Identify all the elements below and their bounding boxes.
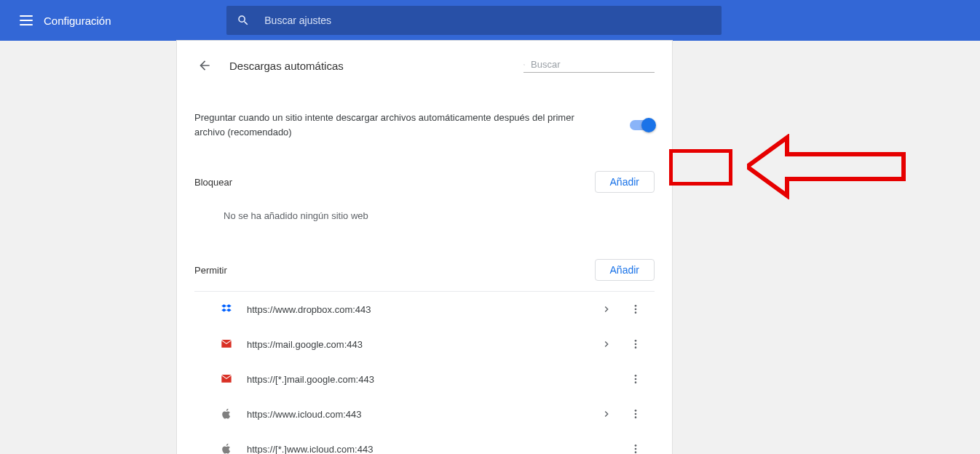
global-search[interactable]	[226, 6, 722, 35]
site-url: https://www.icloud.com:443	[247, 409, 592, 420]
ask-toggle-switch[interactable]	[630, 120, 655, 130]
back-arrow-icon	[197, 58, 212, 73]
gmail-icon	[212, 373, 241, 385]
svg-point-0	[635, 305, 637, 307]
expand-arrow-icon[interactable]	[592, 408, 621, 420]
kebab-menu-button[interactable]	[621, 338, 650, 350]
site-url: https://mail.google.com:443	[247, 339, 592, 350]
card-search-input[interactable]	[529, 58, 655, 71]
svg-point-6	[635, 375, 637, 377]
svg-point-14	[635, 451, 637, 453]
card-search[interactable]	[523, 58, 655, 73]
allow-section: Permitir Añadir https://www.dropbox.com:…	[194, 221, 655, 454]
ask-toggle-row: Preguntar cuando un sitio intente descar…	[194, 81, 655, 139]
block-section: Bloquear Añadir No se ha añadido ningún …	[194, 139, 655, 221]
settings-card: Descargas automáticas Preguntar cuando u…	[177, 41, 672, 454]
back-button[interactable]	[194, 55, 215, 76]
site-url: https://[*.]mail.google.com:443	[247, 374, 592, 385]
svg-point-3	[635, 340, 637, 342]
block-empty-text: No se ha añadido ningún sitio web	[194, 193, 655, 221]
svg-point-9	[635, 410, 637, 412]
site-row: https://mail.google.com:443	[194, 327, 655, 362]
svg-point-7	[635, 378, 637, 381]
allow-site-list: https://www.dropbox.com:443https://mail.…	[194, 292, 655, 454]
svg-point-4	[635, 343, 637, 346]
svg-point-5	[635, 346, 637, 349]
svg-point-8	[635, 381, 637, 383]
gmail-icon	[212, 338, 241, 350]
site-url: https://[*.]www.icloud.com:443	[247, 444, 592, 455]
svg-point-12	[635, 445, 637, 447]
kebab-menu-button[interactable]	[621, 373, 650, 385]
allow-section-label: Permitir	[194, 265, 227, 276]
card-header: Descargas automáticas	[194, 55, 655, 81]
expand-arrow-icon[interactable]	[592, 303, 621, 315]
card-title: Descargas automáticas	[229, 60, 344, 72]
svg-point-2	[635, 311, 637, 314]
svg-point-13	[635, 448, 637, 450]
site-url: https://www.dropbox.com:443	[247, 304, 592, 315]
global-search-input[interactable]	[263, 14, 711, 27]
kebab-menu-button[interactable]	[621, 303, 650, 315]
block-section-label: Bloquear	[194, 177, 232, 188]
apple-icon	[212, 443, 241, 454]
kebab-menu-button[interactable]	[621, 408, 650, 420]
expand-arrow-icon[interactable]	[592, 338, 621, 350]
site-row: https://[*.]mail.google.com:443	[194, 362, 655, 397]
search-icon	[237, 14, 250, 27]
allow-add-button[interactable]: Añadir	[595, 259, 655, 281]
site-row: https://[*.]www.icloud.com:443	[194, 431, 655, 454]
svg-point-11	[635, 416, 637, 418]
kebab-menu-button[interactable]	[621, 443, 650, 454]
svg-point-1	[635, 308, 637, 311]
block-add-button[interactable]: Añadir	[595, 171, 655, 193]
ask-toggle-label: Preguntar cuando un sitio intente descar…	[194, 111, 588, 139]
hamburger-icon	[20, 15, 33, 25]
svg-point-10	[635, 413, 637, 415]
app-header: Configuración	[0, 0, 980, 41]
app-title: Configuración	[44, 15, 111, 27]
apple-icon	[212, 408, 241, 420]
site-row: https://www.icloud.com:443	[194, 397, 655, 431]
menu-button[interactable]	[12, 6, 41, 35]
search-icon	[523, 59, 525, 71]
page-body: Descargas automáticas Preguntar cuando u…	[0, 41, 980, 454]
site-row: https://www.dropbox.com:443	[194, 292, 655, 327]
dropbox-icon	[212, 303, 241, 316]
